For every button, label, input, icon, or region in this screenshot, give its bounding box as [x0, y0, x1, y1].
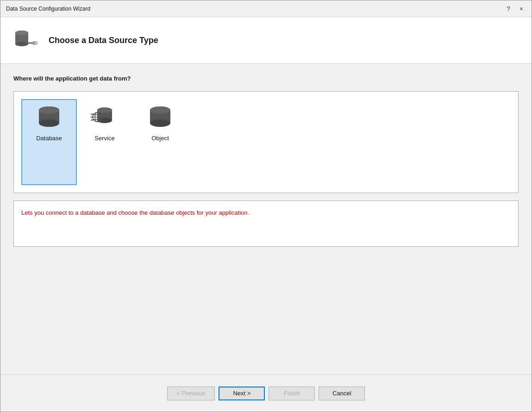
next-button[interactable]: Next >: [219, 387, 265, 400]
svg-point-26: [150, 119, 170, 127]
header-icon: [12, 26, 39, 54]
wizard-header: Choose a Data Source Type: [0, 17, 532, 64]
title-bar-text: Data Source Configuration Wizard: [6, 6, 90, 12]
option-database-label: Database: [36, 135, 62, 142]
cancel-button[interactable]: Cancel: [319, 387, 365, 400]
wizard-footer: < Previous Next > Finish Cancel: [0, 375, 532, 412]
object-icon: [146, 106, 174, 131]
wizard-content: Where will the application get data from…: [0, 64, 532, 375]
svg-point-10: [39, 119, 59, 127]
header-title: Choose a Data Source Type: [49, 36, 158, 45]
option-service-label: Service: [94, 135, 114, 142]
previous-button[interactable]: < Previous: [167, 387, 215, 400]
section-question: Where will the application get data from…: [13, 75, 519, 82]
close-button[interactable]: ×: [517, 5, 526, 13]
finish-button[interactable]: Finish: [269, 387, 315, 400]
database-icon: [35, 106, 63, 131]
svg-point-15: [97, 107, 112, 113]
description-text: Lets you connect to a database and choos…: [21, 209, 249, 216]
svg-point-11: [39, 106, 59, 114]
svg-rect-6: [35, 42, 38, 43]
svg-point-3: [15, 31, 28, 35]
option-database[interactable]: Database: [21, 99, 77, 185]
option-object-label: Object: [151, 135, 169, 142]
help-button[interactable]: ?: [504, 5, 513, 13]
service-icon: [91, 106, 119, 131]
wizard-dialog: Data Source Configuration Wizard ? ×: [0, 0, 532, 412]
option-object[interactable]: Object: [132, 99, 188, 185]
datasource-icon: [12, 26, 39, 54]
description-panel: Lets you connect to a database and choos…: [13, 200, 519, 247]
svg-rect-7: [35, 44, 38, 44]
selection-panel: Database: [13, 91, 519, 193]
svg-rect-5: [33, 41, 35, 45]
title-bar-controls: ? ×: [504, 5, 526, 13]
option-service[interactable]: Service: [77, 99, 132, 185]
svg-rect-4: [28, 42, 33, 44]
svg-point-2: [15, 42, 28, 46]
title-bar: Data Source Configuration Wizard ? ×: [0, 0, 532, 17]
svg-point-27: [150, 106, 170, 114]
